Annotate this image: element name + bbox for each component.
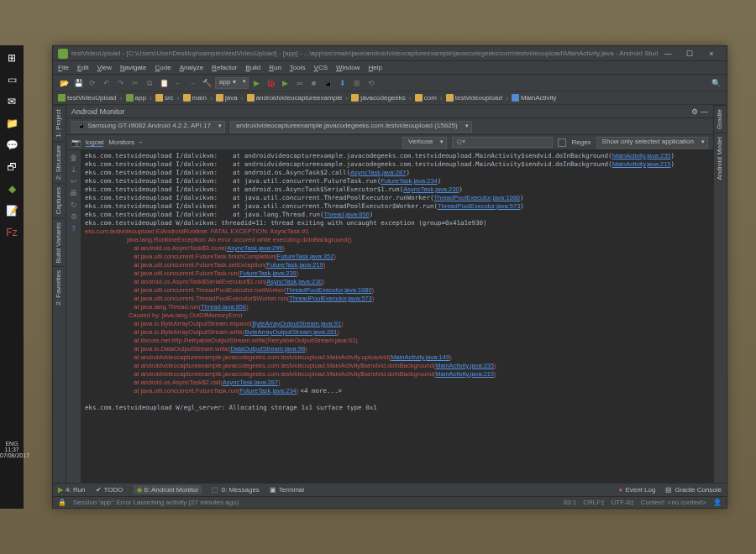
menu-code[interactable]: Code <box>155 64 171 71</box>
redo-icon[interactable]: ↷ <box>115 77 127 89</box>
task-icon[interactable]: 💬 <box>4 138 19 153</box>
print-icon[interactable]: 🖶 <box>70 189 77 197</box>
make-icon[interactable]: 🔨 <box>201 77 213 89</box>
process-selector[interactable]: androidvideocaptureexample.javacodegeeks… <box>230 121 472 133</box>
regex-checkbox[interactable] <box>558 138 566 147</box>
main-toolbar: 📂 💾 ⟳ ↶ ↷ ✂ ⧉ 📋 ← → 🔨 app ▾ ▶ 🐞 ▶ ⫘ ■ 📱 … <box>53 75 727 91</box>
status-encoding[interactable]: UTF-8‡ <box>612 499 634 506</box>
run-icon[interactable]: ▶ <box>251 77 263 89</box>
crumb-androidvideocaptureexample[interactable]: androidvideocaptureexample <box>247 94 343 102</box>
paste-icon[interactable]: 📋 <box>158 77 170 89</box>
crumb-testvideoupload[interactable]: testvideoupload <box>446 94 502 102</box>
tab-messages[interactable]: ⬚ 0: Messages <box>212 486 259 494</box>
stop-icon[interactable]: ■ <box>308 77 320 89</box>
left-tab-captures[interactable]: Captures <box>53 183 64 217</box>
attach-icon[interactable]: ⫘ <box>294 77 306 89</box>
status-line-ending[interactable]: CRLF‡ <box>583 499 604 506</box>
menu-view[interactable]: View <box>97 64 112 71</box>
menu-help[interactable]: Help <box>368 64 381 71</box>
tab-run[interactable]: ▶ 4: Run <box>58 486 86 494</box>
log-search-input[interactable]: Q▾ <box>452 137 553 148</box>
sync-icon[interactable]: ⟳ <box>87 77 98 89</box>
task-icon[interactable]: Fz <box>4 225 19 240</box>
crumb-app[interactable]: app <box>126 94 146 102</box>
save-icon[interactable]: 💾 <box>72 77 84 89</box>
tab-terminal[interactable]: ▣ Terminal <box>270 486 304 494</box>
task-icon[interactable]: 📝 <box>4 203 19 218</box>
tab-event-log[interactable]: ● Event Log <box>619 486 656 494</box>
menubar: FileEditViewNavigateCodeAnalyzeRefactorB… <box>53 61 727 75</box>
task-icon[interactable]: ▭ <box>4 72 19 87</box>
logcat-output[interactable]: eks.com.testvideoupload I/dalvikvm: at a… <box>81 150 713 483</box>
clear-icon[interactable]: 🗑 <box>70 154 77 162</box>
run-config-selector[interactable]: app ▾ <box>215 77 249 89</box>
back-icon[interactable]: ← <box>172 77 184 89</box>
window-close-button[interactable]: × <box>701 48 722 60</box>
crumb-com[interactable]: com <box>415 94 437 102</box>
menu-edit[interactable]: Edit <box>77 64 89 71</box>
right-tab-gradle[interactable]: Gradle <box>714 105 725 133</box>
window-maximize-button[interactable]: ☐ <box>680 48 700 60</box>
debug-icon[interactable]: 🐞 <box>265 77 277 89</box>
structure-icon[interactable]: ⊞ <box>351 77 363 89</box>
task-icon[interactable]: 🗗 <box>4 159 19 175</box>
menu-tools[interactable]: Tools <box>290 64 306 71</box>
cut-icon[interactable]: ✂ <box>129 77 141 89</box>
copy-icon[interactable]: ⧉ <box>144 77 155 89</box>
left-tab-structure[interactable]: 2: Structure <box>53 141 64 183</box>
crumb-testVideoUpload[interactable]: testVideoUpload <box>58 94 117 102</box>
ide-window: testVideoUpload - [C:\Users\User\Desktop… <box>52 45 727 509</box>
windows-taskbar: ⊞ ▭ ✉ 📁 💬 🗗 ◆ 📝 Fz ENG 11:37 07/08/2017 <box>0 45 24 509</box>
menu-navigate[interactable]: Navigate <box>120 64 147 71</box>
search-icon[interactable]: 🔍 <box>710 77 722 89</box>
task-icon[interactable]: ◆ <box>4 181 19 196</box>
menu-run[interactable]: Run <box>269 64 281 71</box>
menu-vcs[interactable]: VCS <box>314 64 328 71</box>
tab-android-monitor[interactable]: ◆ 6: Android Monitor <box>134 485 202 494</box>
crumb-java[interactable]: java <box>216 94 238 102</box>
sdk-icon[interactable]: ⬇ <box>337 77 349 89</box>
forward-icon[interactable]: → <box>186 77 198 89</box>
windows-start-icon[interactable]: ⊞ <box>4 50 19 65</box>
left-tab-favorites[interactable]: 2: Favorites <box>53 266 64 309</box>
left-tab-buildvariants[interactable]: Build Variants <box>53 218 64 267</box>
menu-analyze[interactable]: Analyze <box>180 64 203 71</box>
menu-refactor[interactable]: Refactor <box>212 64 237 71</box>
crumb-MainActivity[interactable]: MainActivity <box>512 94 557 102</box>
menu-build[interactable]: Build <box>245 64 260 71</box>
sync-gradle-icon[interactable]: ⟲ <box>365 77 377 89</box>
status-lock-icon[interactable]: 🔒 <box>58 499 66 506</box>
tab-monitors[interactable]: Monitors → <box>108 138 143 146</box>
device-selector[interactable]: 📱 Samsung GT-I9082 Android 4.2.2, API 17 <box>71 121 225 133</box>
task-icon[interactable]: 📁 <box>4 116 19 131</box>
tab-todo[interactable]: ✔ TODO <box>96 486 123 494</box>
crumb-main[interactable]: main <box>183 94 207 102</box>
undo-icon[interactable]: ↶ <box>101 77 113 89</box>
left-tab-project[interactable]: 1: Project <box>53 105 64 141</box>
soft-wrap-icon[interactable]: ↩ <box>71 177 77 186</box>
crumb-javacodegeeks[interactable]: javacodegeeks <box>351 94 405 102</box>
tab-gradle-console[interactable]: ▤ Gradle Console <box>665 486 722 494</box>
status-hector-icon[interactable]: 👤 <box>713 499 722 506</box>
crumb-src[interactable]: src <box>155 94 174 102</box>
log-level-selector[interactable]: Verbose <box>402 137 447 149</box>
camera-icon[interactable]: 📷 <box>71 138 81 147</box>
open-icon[interactable]: 📂 <box>58 77 70 89</box>
coverage-icon[interactable]: ▶ <box>280 77 291 89</box>
status-caret-pos: 83:1 <box>564 499 577 506</box>
window-minimize-button[interactable]: — <box>658 48 678 60</box>
task-icon[interactable]: ✉ <box>4 94 19 109</box>
android-monitor-header: Android Monitor ⚙ — <box>66 105 713 118</box>
titlebar[interactable]: testVideoUpload - [C:\Users\User\Desktop… <box>53 46 727 61</box>
gear-icon[interactable]: ⚙ — <box>691 107 708 116</box>
menu-file[interactable]: File <box>58 64 69 71</box>
avd-icon[interactable]: 📱 <box>323 77 334 89</box>
tab-logcat[interactable]: logcat <box>86 138 103 147</box>
right-tab-androidmodel[interactable]: Android Model <box>714 133 725 184</box>
help-icon[interactable]: ? <box>71 224 76 233</box>
menu-window[interactable]: Window <box>336 64 360 71</box>
settings-icon[interactable]: ⚙ <box>71 212 77 221</box>
filter-selector[interactable]: Show only selected application <box>596 137 708 149</box>
scroll-end-icon[interactable]: ⤓ <box>71 165 77 174</box>
restart-icon[interactable]: ↻ <box>71 201 77 209</box>
